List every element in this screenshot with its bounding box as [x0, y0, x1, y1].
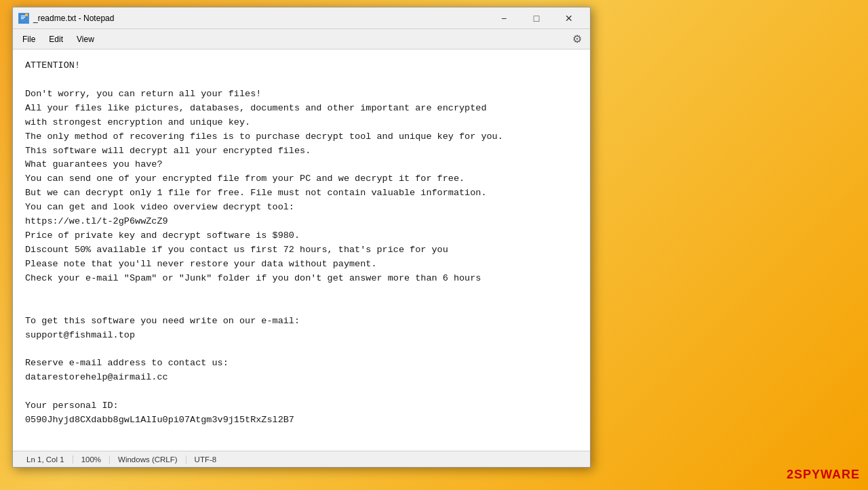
- view-menu[interactable]: View: [70, 32, 101, 47]
- title-bar: _readme.txt - Notepad − □ ✕: [13, 7, 590, 29]
- line-ending: Windows (CRLF): [110, 455, 186, 464]
- close-button[interactable]: ✕: [553, 7, 585, 29]
- notepad-window: _readme.txt - Notepad − □ ✕ File Edit Vi…: [12, 7, 591, 468]
- menu-bar: File Edit View ⚙: [13, 29, 590, 49]
- svg-rect-4: [25, 14, 28, 16]
- encoding: UTF-8: [186, 455, 225, 464]
- text-content[interactable]: ATTENTION! Don't worry, you can return a…: [13, 49, 590, 451]
- watermark: 2SPYWARE: [787, 468, 860, 482]
- window-controls: − □ ✕: [488, 7, 585, 29]
- svg-rect-2: [21, 17, 25, 18]
- minimize-button[interactable]: −: [488, 7, 519, 29]
- zoom-level: 100%: [73, 455, 110, 464]
- edit-menu[interactable]: Edit: [42, 32, 70, 47]
- maximize-button[interactable]: □: [521, 7, 552, 29]
- notepad-icon: [18, 13, 29, 24]
- svg-rect-1: [21, 16, 25, 16]
- watermark-text: 2SPYWARE: [787, 468, 860, 481]
- file-menu[interactable]: File: [16, 32, 42, 47]
- svg-rect-3: [21, 18, 24, 19]
- window-title: _readme.txt - Notepad: [33, 14, 488, 23]
- status-bar: Ln 1, Col 1 100% Windows (CRLF) UTF-8: [13, 451, 590, 467]
- cursor-position: Ln 1, Col 1: [18, 455, 73, 464]
- settings-icon[interactable]: ⚙: [567, 29, 587, 49]
